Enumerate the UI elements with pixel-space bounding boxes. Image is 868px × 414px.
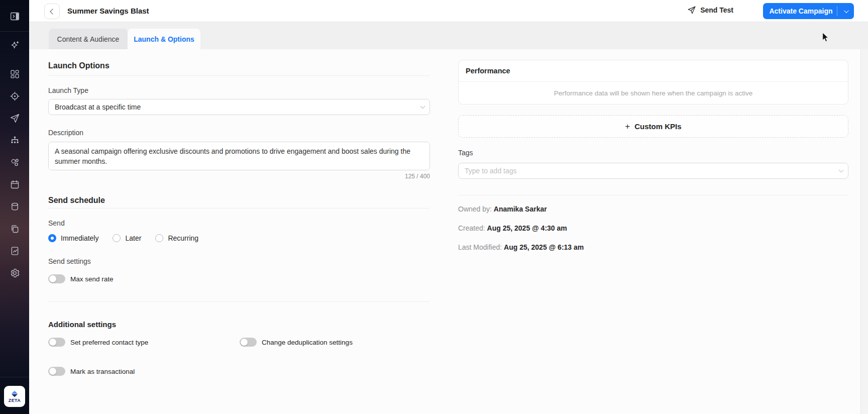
- custom-kpis-button[interactable]: + Custom KPIs: [458, 115, 848, 138]
- radio-unselected-icon[interactable]: [113, 234, 121, 242]
- last-modified-row: Last Modified: Aug 25, 2025 @ 6:13 am: [458, 243, 584, 251]
- panel-toggle-icon[interactable]: [9, 11, 20, 22]
- chevron-down-icon: [839, 167, 844, 172]
- send-test-button[interactable]: Send Test: [687, 6, 733, 15]
- char-counter: 125 / 400: [48, 173, 430, 180]
- chevron-left-icon: [50, 9, 55, 14]
- section-divider: [48, 301, 430, 302]
- radio-immediately[interactable]: Immediately: [48, 234, 98, 242]
- activate-campaign-label: Activate Campaign: [763, 7, 837, 15]
- toggle-off-icon[interactable]: [48, 274, 65, 283]
- target-icon[interactable]: [9, 90, 20, 101]
- created-row: Created: Aug 25, 2025 @ 4:30 am: [458, 224, 567, 232]
- section-divider: [48, 208, 430, 209]
- preferred-contact-toggle[interactable]: Set preferred contact type: [48, 338, 148, 347]
- activate-campaign-button[interactable]: Activate Campaign: [763, 3, 854, 19]
- plus-icon: +: [625, 122, 630, 131]
- tab-bar: Content & Audience Launch & Options: [29, 22, 868, 49]
- toggle-off-icon[interactable]: [48, 367, 65, 376]
- tags-input[interactable]: [465, 167, 838, 175]
- tab-content-audience[interactable]: Content & Audience: [49, 29, 128, 49]
- additional-settings-heading: Additional settings: [48, 320, 116, 329]
- left-nav-rail: ZETA: [0, 0, 29, 414]
- launch-type-value: Broadcast at a specific time: [55, 103, 141, 111]
- custom-kpis-label: Custom KPIs: [634, 122, 681, 131]
- org-chart-icon[interactable]: [9, 135, 20, 146]
- launch-options-heading: Launch Options: [48, 61, 110, 70]
- top-header: Summer Savings Blast Send Test Activate …: [29, 0, 868, 22]
- launch-type-label: Launch Type: [48, 86, 88, 94]
- toggle-off-icon[interactable]: [240, 338, 257, 347]
- radio-selected-icon[interactable]: [48, 234, 56, 242]
- tags-input-box[interactable]: [458, 163, 848, 179]
- tags-label: Tags: [458, 149, 473, 157]
- back-button[interactable]: [44, 4, 60, 19]
- campaigns-send-icon[interactable]: [9, 113, 20, 124]
- nav-divider: [0, 31, 29, 32]
- app-window: ZETA Summer Savings Blast Send Test Acti…: [0, 0, 868, 414]
- activate-dropdown-button[interactable]: [837, 10, 854, 13]
- chevron-down-icon: [420, 104, 425, 109]
- page-title: Summer Savings Blast: [67, 7, 149, 15]
- transactional-toggle[interactable]: Mark as transactional: [48, 367, 135, 376]
- section-divider: [48, 75, 430, 76]
- launch-type-select[interactable]: Broadcast at a specific time: [48, 99, 430, 115]
- performance-empty-text: Performance data will be shown here when…: [459, 82, 848, 104]
- send-radio-group: Immediately Later Recurring: [48, 234, 198, 242]
- description-textarea[interactable]: A seasonal campaign offering exclusive d…: [48, 142, 430, 170]
- radio-unselected-icon[interactable]: [155, 234, 163, 242]
- copy-pages-icon[interactable]: [9, 223, 20, 234]
- report-doc-icon[interactable]: [9, 245, 20, 256]
- dashboard-icon[interactable]: [9, 68, 20, 79]
- description-label: Description: [48, 129, 83, 137]
- settings-gear-icon[interactable]: [9, 267, 20, 278]
- database-icon[interactable]: [9, 201, 20, 212]
- tab-launch-options[interactable]: Launch & Options: [128, 29, 200, 49]
- segments-icon[interactable]: [9, 157, 20, 168]
- send-settings-label: Send settings: [48, 257, 91, 265]
- zeta-logo[interactable]: ZETA: [4, 386, 25, 407]
- performance-heading: Performance: [459, 60, 848, 82]
- send-schedule-heading: Send schedule: [48, 196, 105, 205]
- calendar-icon[interactable]: [9, 179, 20, 190]
- send-test-label: Send Test: [700, 6, 733, 14]
- nav-divider: [0, 377, 29, 377]
- paper-plane-icon: [687, 6, 696, 15]
- owned-by-row: Owned by: Anamika Sarkar: [458, 205, 547, 213]
- chevron-down-icon: [844, 8, 849, 13]
- zeta-logo-text: ZETA: [9, 398, 21, 403]
- performance-card: Performance Performance data will be sho…: [458, 60, 848, 105]
- scrollbar-track[interactable]: [860, 49, 868, 414]
- send-label: Send: [48, 219, 65, 227]
- section-divider: [458, 195, 848, 195]
- zeta-diamond-icon: [11, 390, 18, 397]
- ai-sparkle-icon[interactable]: [9, 40, 20, 51]
- deduplication-toggle[interactable]: Change deduplication settings: [240, 338, 353, 347]
- max-send-rate-toggle[interactable]: Max send rate: [48, 274, 114, 283]
- toggle-off-icon[interactable]: [48, 338, 65, 347]
- radio-later[interactable]: Later: [113, 234, 141, 242]
- radio-recurring[interactable]: Recurring: [155, 234, 198, 242]
